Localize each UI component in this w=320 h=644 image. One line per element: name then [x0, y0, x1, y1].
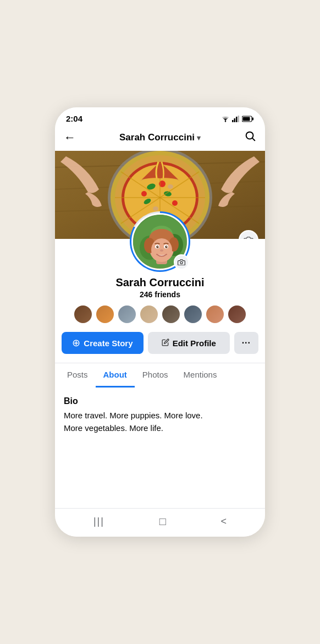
svg-line-9 — [252, 138, 255, 140]
signal-icon — [232, 116, 240, 122]
svg-point-0 — [225, 121, 226, 122]
more-label: ··· — [242, 338, 251, 348]
svg-point-50 — [180, 261, 183, 264]
svg-rect-3 — [236, 117, 238, 122]
content-area: Bio More travel. More puppies. More love… — [55, 388, 265, 508]
bio-label: Bio — [64, 396, 256, 406]
plus-icon: ⊕ — [72, 337, 80, 349]
friends-label: friends — [155, 290, 180, 299]
battery-icon — [242, 116, 254, 122]
tab-mentions[interactable]: Mentions — [176, 363, 225, 388]
svg-point-48 — [166, 246, 167, 247]
tabs-bar: Posts About Photos Mentions — [55, 363, 265, 388]
nav-bar: ← Sarah Corruccini ▾ — [55, 127, 265, 151]
friends-number: 246 — [140, 290, 152, 299]
friend-avatar-2[interactable] — [95, 304, 115, 324]
edit-profile-button[interactable]: Edit Profile — [148, 332, 230, 354]
profile-section: Sarah Corruccini 246 friends ⊕ Create St… — [55, 239, 265, 363]
svg-rect-4 — [238, 116, 240, 122]
profile-name: Sarah Corruccini — [115, 276, 204, 289]
tab-photos[interactable]: Photos — [135, 363, 176, 388]
friends-avatars-row — [73, 304, 247, 324]
bottom-back-icon[interactable]: < — [221, 516, 227, 527]
bio-text: More travel. More puppies. More love.Mor… — [64, 410, 256, 434]
nav-username: Sarah Corruccini — [119, 132, 195, 143]
avatar-wrapper — [130, 211, 190, 272]
search-button[interactable] — [244, 130, 256, 145]
svg-rect-2 — [234, 118, 236, 122]
friend-avatar-5[interactable] — [161, 304, 181, 324]
camera-icon — [244, 236, 253, 239]
profile-friends-count: 246 friends — [140, 290, 180, 299]
pencil-icon — [162, 339, 169, 348]
wifi-icon — [221, 116, 230, 122]
bottom-menu-icon[interactable]: ||| — [93, 516, 104, 527]
friend-avatar-7[interactable] — [205, 304, 225, 324]
avatar-camera-icon — [178, 259, 185, 265]
status-time: 2:04 — [66, 114, 82, 123]
nav-dropdown-icon[interactable]: ▾ — [197, 134, 201, 142]
svg-point-26 — [168, 184, 173, 189]
more-options-button[interactable]: ··· — [234, 332, 258, 354]
friend-avatar-6[interactable] — [183, 304, 203, 324]
status-icons — [221, 116, 254, 122]
tab-posts[interactable]: Posts — [59, 363, 96, 388]
friend-avatar-3[interactable] — [117, 304, 137, 324]
svg-point-25 — [172, 200, 178, 206]
svg-point-47 — [157, 246, 158, 247]
svg-point-46 — [165, 245, 167, 248]
edit-profile-label: Edit Profile — [173, 339, 216, 348]
friend-avatar-8[interactable] — [227, 304, 247, 324]
action-buttons: ⊕ Create Story Edit Profile ··· — [55, 332, 265, 363]
bottom-home-icon[interactable]: □ — [159, 515, 166, 528]
svg-point-24 — [141, 191, 147, 197]
profile-nav-title: Sarah Corruccini ▾ — [119, 132, 201, 143]
svg-rect-1 — [232, 120, 234, 122]
friend-avatar-1[interactable] — [73, 304, 93, 324]
avatar-camera-button[interactable] — [174, 254, 189, 270]
svg-point-27 — [153, 206, 158, 211]
svg-rect-7 — [243, 117, 250, 121]
svg-point-49 — [160, 249, 163, 252]
svg-point-45 — [156, 245, 158, 248]
status-bar: 2:04 — [55, 107, 265, 127]
bottom-nav: ||| □ < — [55, 508, 265, 537]
create-story-label: Create Story — [84, 339, 133, 348]
back-button[interactable]: ← — [64, 130, 76, 145]
svg-rect-6 — [252, 117, 254, 120]
tab-about[interactable]: About — [96, 363, 135, 388]
create-story-button[interactable]: ⊕ Create Story — [62, 332, 144, 354]
friend-avatar-4[interactable] — [139, 304, 159, 324]
phone-shell: 2:04 ← — [55, 107, 265, 537]
